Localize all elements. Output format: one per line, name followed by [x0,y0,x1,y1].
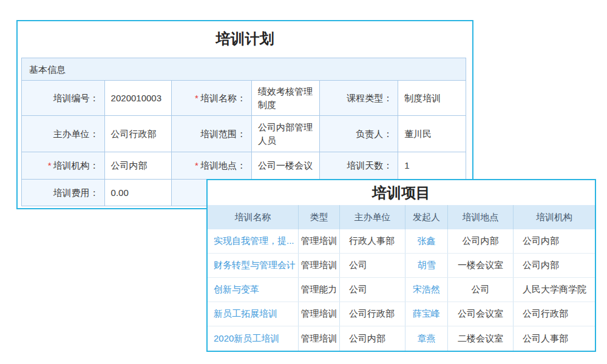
project-organizer: 行政人事部 [340,229,405,253]
form-label-text: 培训费用： [53,186,99,200]
project-name-link[interactable]: 实现自我管理，提... [208,229,299,253]
form-value: 公司一楼会议 [252,152,320,180]
form-value: 制度培训 [398,81,466,116]
form-label: 培训范围： [172,116,252,152]
table-header-row: 培训名称 类型 主办单位 发起人 培训地点 培训机构 [208,205,595,229]
form-label-text: 培训天数： [347,159,392,172]
column-header-organizer: 主办单位 [340,205,405,229]
project-name-link[interactable]: 财务转型与管理会计 [208,254,299,277]
project-location: 公司内部 [448,229,514,253]
project-organizer: 公司内部 [340,326,405,351]
form-value: 公司行政部 [105,116,172,152]
project-institution: 人民大学商学院 [514,278,595,302]
form-value: 0.00 [105,180,172,206]
initiator-link[interactable]: 章燕 [405,326,448,351]
project-location: 二楼会议室 [448,326,514,351]
initiator-link[interactable]: 宋浩然 [405,278,448,302]
required-asterisk: * [195,159,198,172]
column-header-name: 培训名称 [208,205,299,229]
project-institution: 公司人事部 [514,326,595,351]
project-name-link[interactable]: 2020新员工培训 [208,326,299,351]
project-location: 公司会议室 [448,302,514,326]
project-name-link[interactable]: 创新与变革 [208,278,299,302]
project-type: 管理培训 [299,302,340,326]
form-label: 负责人： [320,116,399,152]
form-label: *培训名称： [172,81,252,116]
table-row: 新员工拓展培训 管理培训 公司行政部 薛宝峰 公司会议室 公司行政部 [208,302,595,326]
form-label-text: 培训编号： [53,92,99,105]
form-label: 培训费用： [22,180,105,206]
training-projects-panel: 培训项目 培训名称 类型 主办单位 发起人 培训地点 培训机构 实现自我管理，提… [206,179,596,352]
project-institution: 公司内部 [514,254,595,277]
initiator-link[interactable]: 胡雪 [405,254,448,277]
form-value: 2020010003 [105,81,172,116]
projects-table: 培训名称 类型 主办单位 发起人 培训地点 培训机构 实现自我管理，提... 管… [208,205,595,351]
project-organizer: 公司 [340,278,405,302]
project-organizer: 公司 [340,254,405,277]
form-row: 主办单位： 公司行政部 培训范围： 公司内部管理人员 负责人： 董川民 [22,116,466,152]
column-header-initiator: 发起人 [405,205,448,229]
project-location: 公司 [448,278,514,302]
form-label-text: 培训机构： [53,159,99,172]
project-organizer: 公司行政部 [340,302,405,326]
project-type: 管理培训 [299,326,340,351]
column-header-type: 类型 [299,205,340,229]
form-label-text: 培训范围： [200,127,246,141]
required-asterisk: * [195,92,198,105]
project-type: 管理培训 [299,229,340,253]
column-header-location: 培训地点 [448,205,514,229]
form-value: 1 [398,152,466,180]
form-label: *培训机构： [22,152,105,180]
form-label: 课程类型： [320,81,399,116]
form-value: 公司内部 [105,152,172,180]
form-label-text: 主办单位： [53,127,99,141]
form-value: 董川民 [398,116,466,152]
project-location: 一楼会议室 [448,254,514,277]
form-label-text: 培训名称： [200,92,246,105]
project-type: 管理培训 [299,254,340,277]
form-label-text: 课程类型： [347,92,392,105]
form-label: 主办单位： [22,116,105,152]
table-row: 2020新员工培训 管理培训 公司内部 章燕 二楼会议室 公司人事部 [208,326,595,351]
form-row: 培训编号： 2020010003 *培训名称： 绩效考核管理制度 课程类型： 制… [22,81,466,116]
table-row: 财务转型与管理会计 管理培训 公司 胡雪 一楼会议室 公司内部 [208,254,595,278]
table-row: 实现自我管理，提... 管理培训 行政人事部 张鑫 公司内部 公司内部 [208,229,595,254]
page-title: 培训计划 [18,21,472,58]
form-label: 培训编号： [22,81,105,116]
page-title: 培训项目 [208,180,595,205]
table-row: 创新与变革 管理能力 公司 宋浩然 公司 人民大学商学院 [208,278,595,302]
initiator-link[interactable]: 薛宝峰 [405,302,448,326]
initiator-link[interactable]: 张鑫 [405,229,448,253]
form-row: *培训机构： 公司内部 *培训地点： 公司一楼会议 培训天数： 1 [22,152,466,180]
section-header: 基本信息 [22,58,466,81]
form-value: 公司内部管理人员 [252,116,320,152]
form-label-text: 负责人： [356,127,392,141]
required-asterisk: * [48,159,52,172]
form-label: 培训天数： [320,152,399,180]
form-label-text: 培训地点： [200,159,246,172]
project-institution: 公司内部 [514,229,595,253]
project-institution: 公司行政部 [514,302,595,326]
column-header-institution: 培训机构 [514,205,595,229]
project-name-link[interactable]: 新员工拓展培训 [208,302,299,326]
form-label: *培训地点： [172,152,252,180]
form-value: 绩效考核管理制度 [252,81,320,116]
project-type: 管理能力 [299,278,340,302]
